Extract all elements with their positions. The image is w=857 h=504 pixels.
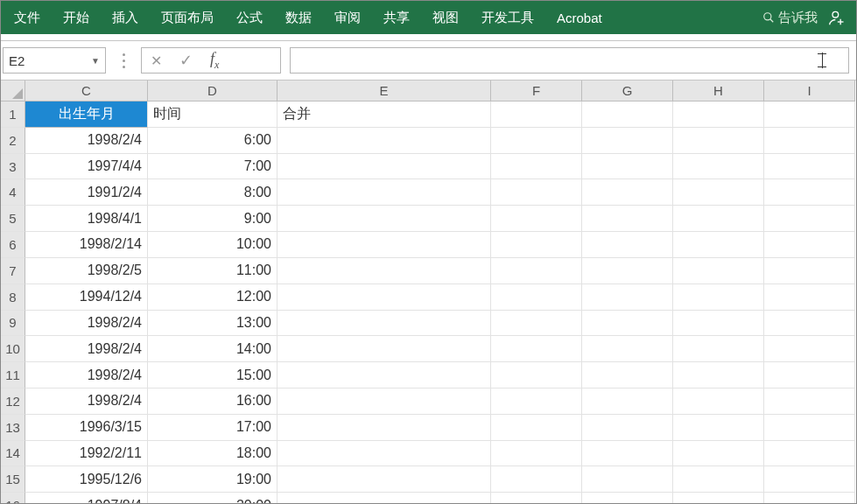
ribbon-tab-formulas[interactable]: 公式: [225, 1, 274, 34]
ribbon-tab-view[interactable]: 视图: [421, 1, 470, 34]
cell-I4[interactable]: [764, 179, 855, 206]
row-header-7[interactable]: 7: [1, 258, 25, 284]
cell-H16[interactable]: [673, 493, 764, 503]
cell-F9[interactable]: [491, 311, 582, 337]
row-header-12[interactable]: 12: [1, 388, 25, 415]
cell-H9[interactable]: [673, 311, 764, 337]
row-header-16[interactable]: 16: [1, 493, 25, 503]
cell-F5[interactable]: [491, 206, 582, 232]
cell-D16[interactable]: 20:00: [148, 493, 277, 503]
cell-F14[interactable]: [491, 441, 582, 467]
cell-G1[interactable]: [582, 102, 673, 128]
cell-F6[interactable]: [491, 232, 582, 258]
column-header-D[interactable]: D: [148, 80, 277, 102]
cell-E14[interactable]: [277, 441, 491, 467]
row-header-11[interactable]: 11: [1, 362, 25, 388]
cell-C15[interactable]: 1995/12/6: [25, 466, 148, 493]
cell-D15[interactable]: 19:00: [148, 466, 277, 493]
cell-H6[interactable]: [673, 232, 764, 258]
formula-input[interactable]: [290, 47, 849, 74]
cell-C5[interactable]: 1998/4/1: [25, 206, 148, 232]
cell-G15[interactable]: [582, 466, 673, 493]
row-header-5[interactable]: 5: [1, 206, 25, 232]
cell-E3[interactable]: [277, 154, 491, 180]
cell-E10[interactable]: [277, 336, 491, 362]
cell-C9[interactable]: 1998/2/4: [25, 311, 148, 337]
cancel-icon[interactable]: ✕: [151, 52, 162, 69]
cell-H7[interactable]: [673, 258, 764, 284]
row-header-15[interactable]: 15: [1, 466, 25, 493]
cell-C14[interactable]: 1992/2/11: [25, 441, 148, 467]
ribbon-tab-file[interactable]: 文件: [3, 1, 52, 34]
fx-icon[interactable]: fx: [210, 50, 219, 72]
cell-G3[interactable]: [582, 154, 673, 180]
cell-I1[interactable]: [764, 102, 855, 128]
cell-F11[interactable]: [491, 362, 582, 388]
cell-I16[interactable]: [764, 493, 855, 503]
cell-G13[interactable]: [582, 415, 673, 441]
cell-I8[interactable]: [764, 284, 855, 311]
cell-H8[interactable]: [673, 284, 764, 311]
ribbon-tab-home[interactable]: 开始: [52, 1, 101, 34]
cell-F2[interactable]: [491, 128, 582, 154]
cell-G12[interactable]: [582, 388, 673, 415]
cell-E9[interactable]: [277, 311, 491, 337]
cell-C7[interactable]: 1998/2/5: [25, 258, 148, 284]
cell-F7[interactable]: [491, 258, 582, 284]
cell-D14[interactable]: 18:00: [148, 441, 277, 467]
cell-D3[interactable]: 7:00: [148, 154, 277, 180]
spreadsheet-grid[interactable]: CDEFGHI1出生年月时间合并21998/2/46:0031997/4/47:…: [1, 80, 856, 503]
cell-G2[interactable]: [582, 128, 673, 154]
ribbon-tab-share[interactable]: 共享: [372, 1, 421, 34]
column-header-G[interactable]: G: [582, 80, 673, 102]
cell-H5[interactable]: [673, 206, 764, 232]
cell-D13[interactable]: 17:00: [148, 415, 277, 441]
cell-C16[interactable]: 1997/8/4: [25, 493, 148, 503]
row-header-4[interactable]: 4: [1, 179, 25, 206]
cell-I11[interactable]: [764, 362, 855, 388]
row-header-13[interactable]: 13: [1, 415, 25, 441]
cell-F12[interactable]: [491, 388, 582, 415]
cell-E4[interactable]: [277, 179, 491, 206]
cell-G8[interactable]: [582, 284, 673, 311]
row-header-8[interactable]: 8: [1, 284, 25, 311]
cell-D12[interactable]: 16:00: [148, 388, 277, 415]
cell-F4[interactable]: [491, 179, 582, 206]
name-box[interactable]: E2 ▼: [3, 47, 106, 74]
cell-E1[interactable]: 合并: [277, 102, 491, 128]
cell-E8[interactable]: [277, 284, 491, 311]
cell-C3[interactable]: 1997/4/4: [25, 154, 148, 180]
ribbon-tab-data[interactable]: 数据: [274, 1, 323, 34]
cell-C8[interactable]: 1994/12/4: [25, 284, 148, 311]
cell-H11[interactable]: [673, 362, 764, 388]
cell-I14[interactable]: [764, 441, 855, 467]
cell-D9[interactable]: 13:00: [148, 311, 277, 337]
row-header-14[interactable]: 14: [1, 441, 25, 467]
cell-H14[interactable]: [673, 441, 764, 467]
cell-F15[interactable]: [491, 466, 582, 493]
cell-G14[interactable]: [582, 441, 673, 467]
cell-I13[interactable]: [764, 415, 855, 441]
cell-E13[interactable]: [277, 415, 491, 441]
cell-E5[interactable]: [277, 206, 491, 232]
cell-F3[interactable]: [491, 154, 582, 180]
accept-icon[interactable]: ✓: [179, 51, 193, 70]
cell-I9[interactable]: [764, 311, 855, 337]
cell-E2[interactable]: [277, 128, 491, 154]
cell-G6[interactable]: [582, 232, 673, 258]
cell-I12[interactable]: [764, 388, 855, 415]
row-header-6[interactable]: 6: [1, 232, 25, 258]
cell-I7[interactable]: [764, 258, 855, 284]
column-header-H[interactable]: H: [673, 80, 764, 102]
cell-D4[interactable]: 8:00: [148, 179, 277, 206]
column-header-I[interactable]: I: [764, 80, 855, 102]
cell-D11[interactable]: 15:00: [148, 362, 277, 388]
ribbon-tab-acrobat[interactable]: Acrobat: [545, 1, 614, 34]
column-header-C[interactable]: C: [25, 80, 148, 102]
cell-H3[interactable]: [673, 154, 764, 180]
cell-I3[interactable]: [764, 154, 855, 180]
ribbon-tab-insert[interactable]: 插入: [101, 1, 150, 34]
cell-G10[interactable]: [582, 336, 673, 362]
row-header-3[interactable]: 3: [1, 154, 25, 180]
cell-I10[interactable]: [764, 336, 855, 362]
